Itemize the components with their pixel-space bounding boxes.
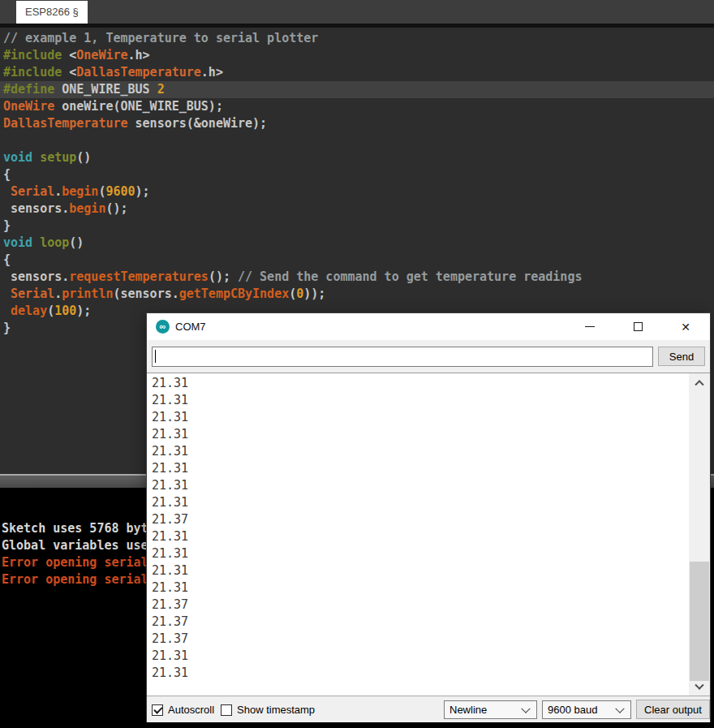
scroll-down-button[interactable] — [689, 680, 710, 695]
code-line: #define ONE_WIRE_BUS 2 — [0, 81, 714, 98]
window-title: COM7 — [175, 313, 206, 340]
serial-line: 21.31 — [147, 426, 689, 443]
minimize-icon — [585, 326, 595, 327]
scrollbar[interactable] — [689, 373, 710, 696]
line-ending-select[interactable]: Newline — [444, 700, 537, 719]
code-line: { — [0, 252, 714, 269]
code-line: #include <DallasTemperature.h> — [0, 64, 714, 81]
timestamp-label: Show timestamp — [237, 704, 315, 716]
serial-line: 21.31 — [147, 665, 689, 682]
line-ending-value: Newline — [449, 704, 487, 716]
serial-line: 21.31 — [147, 443, 689, 460]
baud-select[interactable]: 9600 baud — [542, 700, 631, 719]
autoscroll-checkbox[interactable] — [152, 704, 163, 716]
code-line: sensors.begin(); — [0, 200, 714, 218]
scroll-up-button[interactable] — [689, 375, 710, 390]
close-icon: ✕ — [681, 321, 690, 334]
serial-line: 21.31 — [147, 528, 689, 545]
code-line: Serial.println(sensors.getTempCByIndex(0… — [0, 286, 714, 303]
serial-line: 21.37 — [147, 614, 689, 631]
code-line: // example 1, Temperature to serial plot… — [0, 30, 714, 47]
code-line: Serial.begin(9600); — [0, 183, 714, 200]
code-line: OneWire oneWire(ONE_WIRE_BUS); — [0, 98, 714, 115]
serial-bottombar: Autoscroll Show timestamp Newline 9600 b… — [147, 696, 710, 722]
autoscroll-group: Autoscroll — [152, 696, 214, 723]
code-line: } — [0, 218, 714, 235]
serial-line: 21.31 — [147, 460, 689, 477]
serial-line: 21.31 — [147, 392, 689, 409]
serial-line: 21.31 — [147, 477, 689, 494]
code-line: DallasTemperature sensors(&oneWire); — [0, 115, 714, 132]
serial-line: 21.31 — [147, 494, 689, 511]
serial-output-lines: 21.3121.3121.3121.3121.3121.3121.3121.31… — [147, 375, 689, 682]
chevron-down-icon — [695, 681, 703, 690]
maximize-icon — [634, 322, 643, 331]
code-line: void setup() — [0, 149, 714, 166]
serial-line: 21.31 — [147, 545, 689, 562]
send-row: Send — [147, 340, 710, 373]
screen: ESP8266 § // example 1, Temperature to s… — [0, 0, 714, 728]
code-line — [0, 132, 714, 149]
chevron-down-icon — [615, 704, 624, 713]
sketch-tabbar: ESP8266 § — [0, 0, 714, 24]
serial-line: 21.37 — [147, 631, 689, 648]
text-caret — [155, 350, 156, 363]
code-line: sensors.requestTemperatures(); // Send t… — [0, 269, 714, 286]
titlebar[interactable]: ∞ COM7 ✕ — [147, 313, 710, 340]
scroll-thumb[interactable] — [690, 562, 709, 681]
chevron-up-icon — [695, 380, 703, 389]
timestamp-checkbox[interactable] — [221, 704, 232, 716]
serial-line: 21.31 — [147, 562, 689, 579]
clear-output-button[interactable]: Clear output — [636, 700, 710, 719]
timestamp-group: Show timestamp — [221, 696, 315, 723]
code-line: #include <OneWire.h> — [0, 47, 714, 64]
serial-input[interactable] — [152, 347, 653, 367]
code-line: { — [0, 166, 714, 183]
autoscroll-label: Autoscroll — [168, 704, 214, 716]
serial-line: 21.37 — [147, 511, 689, 528]
serial-output[interactable]: 21.3121.3121.3121.3121.3121.3121.3121.31… — [147, 373, 710, 696]
minimize-button[interactable] — [571, 313, 609, 340]
serial-line: 21.37 — [147, 597, 689, 614]
serial-line: 21.31 — [147, 409, 689, 426]
serial-line: 21.31 — [147, 579, 689, 597]
arduino-logo-icon: ∞ — [156, 320, 170, 334]
serial-line: 21.31 — [147, 375, 689, 392]
chevron-down-icon — [521, 704, 530, 713]
maximize-button[interactable] — [619, 313, 656, 340]
code-line: void loop() — [0, 235, 714, 252]
serial-line: 21.31 — [147, 648, 689, 665]
send-button[interactable]: Send — [658, 347, 705, 366]
serial-monitor-window: ∞ COM7 ✕ Send 21.3121.3121.3121.3121.312… — [146, 312, 711, 722]
close-button[interactable]: ✕ — [667, 313, 704, 340]
tab-esp8266[interactable]: ESP8266 § — [16, 1, 88, 24]
baud-value: 9600 baud — [548, 704, 597, 716]
